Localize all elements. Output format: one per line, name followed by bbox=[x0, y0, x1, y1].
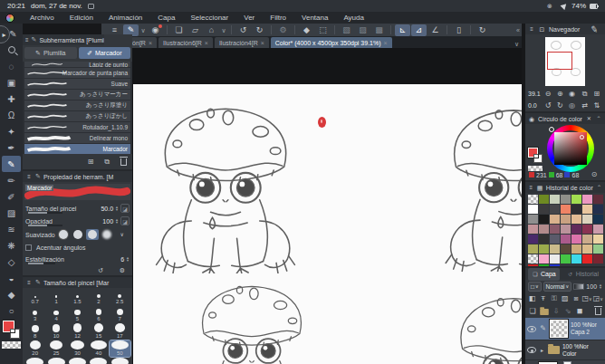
brush-item[interactable]: あっさりぼかし bbox=[24, 111, 130, 121]
delete-brush-icon[interactable] bbox=[118, 157, 129, 168]
close-tab-icon[interactable]: × bbox=[205, 40, 208, 46]
color-swatch[interactable] bbox=[582, 235, 592, 244]
brush-size-option[interactable]: 1 bbox=[45, 289, 66, 305]
sharp-corner-checkbox[interactable] bbox=[25, 244, 32, 251]
csp-news-icon[interactable]: ◉ bbox=[148, 24, 163, 36]
brush-size-option[interactable]: 8 bbox=[24, 323, 45, 340]
brush-size-option[interactable]: 6 bbox=[88, 306, 109, 322]
app-logo-icon[interactable] bbox=[5, 14, 14, 23]
close-panel-icon[interactable]: ✕ bbox=[585, 113, 592, 124]
color-history-header[interactable]: ≡ ▦ Historial de color ⌃ bbox=[525, 182, 605, 193]
brush-size-option[interactable]: 30 bbox=[67, 340, 88, 357]
brush-size-stepper[interactable]: ▲▼ bbox=[115, 206, 119, 211]
brush-size-option[interactable]: 2.5 bbox=[110, 289, 130, 305]
aa-weak[interactable] bbox=[72, 229, 84, 240]
advanced-settings-icon[interactable]: ⚙ bbox=[115, 265, 130, 276]
color-swatch[interactable] bbox=[593, 244, 603, 254]
menu-edicion[interactable]: Edición bbox=[62, 14, 101, 22]
opacity-slider[interactable] bbox=[28, 225, 62, 226]
color-swatch[interactable] bbox=[571, 244, 581, 254]
color-swatch[interactable] bbox=[593, 215, 603, 224]
menu-capa[interactable]: Capa bbox=[150, 14, 182, 22]
color-wheel-header[interactable]: ◉ Círculo de colores ✕ ⌃ bbox=[525, 113, 605, 124]
stabilization-value[interactable]: 6 bbox=[120, 256, 124, 263]
aa-medium[interactable] bbox=[86, 229, 99, 240]
brush-size-option[interactable]: 70 bbox=[45, 358, 66, 364]
duplicate-brush-icon[interactable]: ⧉ bbox=[101, 157, 112, 168]
reference-layer-icon[interactable]: ⧈ bbox=[571, 293, 581, 304]
brush-size-option[interactable]: 0.7 bbox=[24, 289, 45, 305]
color-swatch[interactable] bbox=[539, 235, 549, 244]
layer-visibility-icon[interactable] bbox=[527, 326, 536, 332]
color-swatch[interactable] bbox=[561, 244, 571, 254]
background-color-swatch[interactable] bbox=[10, 329, 20, 339]
brush-size-option[interactable]: 2 bbox=[88, 289, 109, 305]
move-tool[interactable]: ✚ bbox=[2, 91, 21, 107]
brush-size-option[interactable]: 15 bbox=[88, 323, 109, 340]
new-canvas-icon[interactable]: ❏ bbox=[171, 24, 187, 36]
aa-none[interactable] bbox=[57, 229, 70, 240]
color-swatch[interactable] bbox=[561, 205, 571, 214]
color-swatch[interactable] bbox=[571, 254, 581, 263]
brush-item[interactable]: Marcador de punta plana bbox=[24, 68, 130, 78]
tab-historial[interactable]: ↺ Historial bbox=[563, 268, 602, 281]
reset-rotation-icon[interactable]: ↻ bbox=[475, 24, 490, 36]
layer-name[interactable]: Capa 2 bbox=[571, 329, 590, 335]
airbrush-tool[interactable]: ≋ bbox=[2, 221, 21, 237]
brush-size-option[interactable]: 25 bbox=[45, 340, 66, 357]
color-swatch[interactable] bbox=[561, 225, 571, 234]
expand-panel-icon[interactable]: ⌃ bbox=[596, 182, 602, 193]
menu-filtro[interactable]: Filtro bbox=[263, 14, 293, 22]
zoom-value[interactable]: 39.1 bbox=[528, 91, 542, 97]
background-color-swatch[interactable] bbox=[533, 154, 543, 163]
color-swatch[interactable] bbox=[528, 254, 538, 263]
color-swatch[interactable] bbox=[561, 235, 571, 244]
color-swatch[interactable] bbox=[550, 215, 560, 224]
brush-size-panel-header[interactable]: ≡ ✎ Tamaño del pincel [Mar bbox=[23, 277, 132, 288]
invert-selection-icon[interactable]: ▨ bbox=[355, 24, 370, 36]
zoom-in-icon[interactable]: ⊕ bbox=[554, 89, 565, 99]
color-swatch[interactable] bbox=[550, 254, 560, 263]
blend-tool[interactable]: ◒ bbox=[2, 270, 21, 286]
color-swatch[interactable] bbox=[539, 215, 549, 224]
fill-tool[interactable]: ◆ bbox=[2, 286, 21, 302]
aa-strong[interactable] bbox=[101, 229, 113, 240]
layer-row-capa2[interactable]: ✎ 100 %Nor Capa 2 bbox=[525, 318, 605, 340]
subtool-panel-header[interactable]: ≡ ✎ Subherramienta [Plumil bbox=[23, 34, 104, 45]
brush-size-option[interactable]: 1.5 bbox=[67, 289, 88, 305]
brush-size-option[interactable]: 5 bbox=[67, 306, 88, 322]
layer-opacity-value[interactable]: 100 bbox=[586, 283, 597, 290]
panel-menu-icon[interactable]: ≡ bbox=[25, 277, 33, 288]
color-swatch[interactable] bbox=[528, 215, 538, 224]
expand-panel-icon[interactable]: ⌃ bbox=[595, 113, 602, 124]
opacity-stepper[interactable]: ▲▼ bbox=[115, 218, 119, 224]
panel-menu-icon[interactable]: ≡ bbox=[528, 24, 535, 34]
reset-property-icon[interactable]: ↺ bbox=[93, 265, 108, 276]
color-swatch[interactable] bbox=[539, 244, 549, 254]
document-tab-active[interactable]: Color* (4000 x 4500px 350dpi 39.1%) × bbox=[271, 37, 392, 48]
menu-ver[interactable]: Ver bbox=[236, 14, 262, 22]
layer-row-papel[interactable]: Papel bbox=[525, 360, 605, 364]
color-swatch[interactable] bbox=[561, 254, 571, 263]
fill-icon[interactable]: ◆ bbox=[299, 24, 314, 36]
rotate-left-icon[interactable]: ↺ bbox=[543, 101, 553, 110]
eyedropper-tool[interactable]: ✒ bbox=[2, 139, 21, 156]
rotate-value[interactable]: 0.0 bbox=[528, 102, 542, 109]
color-swatch[interactable] bbox=[571, 215, 581, 224]
menu-animacion[interactable]: Animación bbox=[101, 14, 149, 22]
color-swatch[interactable] bbox=[582, 254, 592, 263]
color-swatch[interactable] bbox=[571, 205, 581, 214]
clip-to-layer-icon[interactable]: ◧ bbox=[527, 293, 537, 304]
color-swatch[interactable] bbox=[550, 225, 560, 234]
menu-ayuda[interactable]: Ayuda bbox=[336, 14, 371, 22]
color-swatch[interactable] bbox=[539, 264, 549, 266]
layer-name[interactable]: Color bbox=[562, 350, 577, 357]
color-swatch[interactable] bbox=[582, 195, 592, 204]
zoom-tool[interactable] bbox=[2, 42, 21, 58]
color-swatch[interactable] bbox=[593, 225, 603, 234]
color-swatch[interactable] bbox=[571, 235, 581, 244]
zoom-100-icon[interactable]: ◉ bbox=[566, 89, 577, 99]
tab-list-caret-icon[interactable]: ∨ bbox=[514, 41, 519, 48]
selection-border-icon[interactable]: ▩ bbox=[371, 24, 387, 36]
color-swatch[interactable] bbox=[593, 195, 603, 204]
